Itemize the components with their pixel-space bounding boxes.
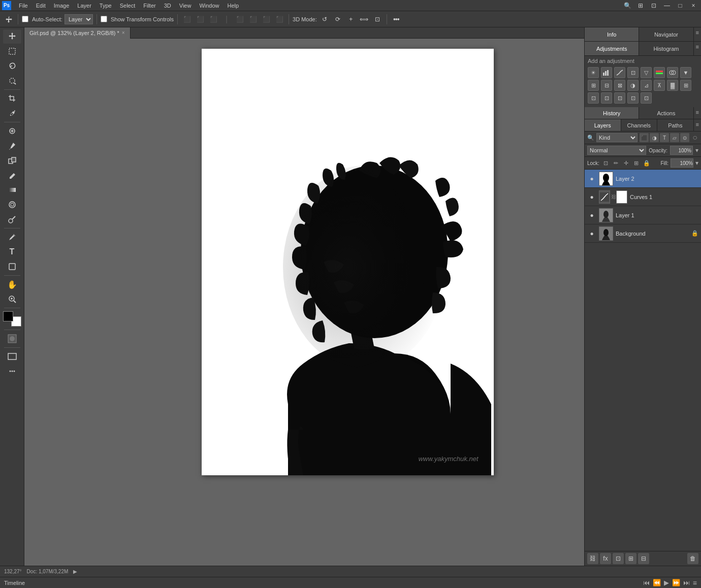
maximize-button[interactable]: □ — [675, 0, 686, 11]
adj-extra-4[interactable]: ⊡ — [627, 92, 639, 104]
gradient-tool[interactable] — [3, 183, 21, 197]
align-bottom-button[interactable]: ⬛ — [261, 14, 272, 25]
menu-window[interactable]: Window — [196, 2, 222, 10]
create-group-button[interactable]: ⊞ — [625, 553, 636, 564]
actions-tab[interactable]: Actions — [639, 107, 693, 119]
filter-kind-select[interactable]: Kind — [596, 133, 638, 142]
dodge-tool[interactable] — [3, 212, 21, 226]
filter-smart-button[interactable]: ⊙ — [680, 133, 689, 142]
hsl-adj-button[interactable] — [654, 67, 665, 78]
align-left-button[interactable]: ⬛ — [181, 14, 193, 25]
adj-extra-3[interactable]: ⊡ — [614, 92, 625, 104]
hand-tool[interactable]: ✋ — [3, 277, 21, 291]
blur-tool[interactable] — [3, 198, 21, 212]
adjustments-options-button[interactable]: ≡ — [694, 42, 701, 55]
menu-help[interactable]: Help — [224, 2, 243, 10]
3d-orbit-button[interactable]: ⟳ — [332, 14, 343, 25]
3d-rotate-button[interactable]: ↺ — [319, 14, 330, 25]
move-tool[interactable] — [3, 29, 21, 44]
colorbalance-adj-button[interactable] — [667, 67, 678, 78]
selectivecolor-adj-button[interactable]: ⊞ — [680, 80, 691, 91]
lock-all-button[interactable]: 🔒 — [642, 158, 651, 168]
lock-transparent-button[interactable]: ⊡ — [601, 158, 611, 168]
opacity-arrow[interactable]: ▾ — [695, 147, 698, 154]
3d-pan-button[interactable]: + — [345, 14, 357, 25]
brightness-adj-button[interactable]: ☀ — [588, 67, 599, 78]
auto-select-type[interactable]: Layer — [65, 14, 93, 24]
align-top-button[interactable]: ⬛ — [234, 14, 245, 25]
foreground-color-swatch[interactable] — [3, 311, 13, 321]
navigator-tab[interactable]: Navigator — [639, 27, 693, 41]
tab-close-button[interactable]: × — [122, 30, 125, 36]
adj-extra-5[interactable]: ⊡ — [641, 92, 652, 104]
marquee-tool[interactable] — [3, 44, 21, 58]
lock-pixels-button[interactable]: ✏ — [612, 158, 621, 168]
zoom-tool[interactable] — [3, 292, 21, 306]
delete-layer-button[interactable]: 🗑 — [687, 553, 698, 564]
eyedropper-tool[interactable] — [3, 106, 21, 120]
transform-controls-checkbox[interactable] — [101, 16, 107, 22]
align-center-h-button[interactable]: ⬛ — [195, 14, 206, 25]
background-visibility-button[interactable]: ● — [587, 229, 596, 238]
timeline-options-button[interactable]: ≡ — [693, 579, 697, 587]
history-options-button[interactable]: ≡ — [694, 107, 701, 119]
menu-type[interactable]: Type — [96, 2, 115, 10]
layer1-visibility-button[interactable]: ● — [587, 211, 596, 220]
timeline-next-button[interactable]: ⏩ — [672, 579, 680, 586]
timeline-rewind-button[interactable]: ⏮ — [643, 579, 650, 586]
quick-select-tool[interactable] — [3, 74, 21, 88]
threshold-adj-button[interactable]: ⊼ — [654, 80, 665, 91]
menu-select[interactable]: Select — [116, 2, 139, 10]
layer-item-layer2[interactable]: ● Layer 2 — [585, 170, 701, 188]
posterize-adj-button[interactable]: ⊿ — [641, 80, 652, 91]
filter-pixel-button[interactable]: ⬛ — [640, 133, 649, 142]
text-tool[interactable]: T — [3, 245, 21, 259]
canvas[interactable]: www.yakymchuk.net — [202, 49, 494, 475]
extra-tools-button[interactable] — [3, 364, 21, 378]
channelmix-adj-button[interactable]: ⊟ — [601, 80, 612, 91]
menu-image[interactable]: Image — [50, 2, 73, 10]
distribute-button[interactable]: ⬛ — [274, 14, 285, 25]
search-button[interactable]: 🔍 — [622, 0, 633, 11]
menu-view[interactable]: View — [176, 2, 195, 10]
menu-file[interactable]: File — [15, 2, 31, 10]
channels-tab[interactable]: Channels — [621, 119, 658, 131]
layer2-visibility-button[interactable]: ● — [587, 174, 596, 183]
filter-adj-button[interactable]: ◑ — [650, 133, 659, 142]
color-swatches[interactable] — [3, 311, 21, 326]
align-middle-button[interactable]: ⬛ — [247, 14, 259, 25]
filter-toggle-button[interactable]: ○ — [691, 134, 698, 141]
lock-artboard-button[interactable]: ⊞ — [632, 158, 641, 168]
levels-adj-button[interactable] — [601, 67, 612, 78]
exposure-adj-button[interactable]: ⊡ — [627, 67, 639, 78]
paths-tab[interactable]: Paths — [657, 119, 694, 131]
timeline-prev-button[interactable]: ⏪ — [653, 579, 661, 586]
menu-layer[interactable]: Layer — [74, 2, 95, 10]
histogram-tab[interactable]: Histogram — [639, 42, 693, 55]
menu-3d[interactable]: 3D — [161, 2, 175, 10]
invert-adj-button[interactable]: ◑ — [627, 80, 639, 91]
align-right-button[interactable]: ⬛ — [208, 14, 219, 25]
add-mask-button[interactable]: ⊡ — [613, 553, 624, 564]
auto-select-checkbox[interactable] — [22, 16, 28, 22]
healing-brush-tool[interactable] — [3, 124, 21, 138]
timeline-play-button[interactable]: ▶ — [664, 579, 669, 586]
lasso-tool[interactable] — [3, 59, 21, 73]
3d-slide-button[interactable]: ⟺ — [359, 14, 370, 25]
photofilt-adj-button[interactable]: ⊞ — [588, 80, 599, 91]
eraser-tool[interactable] — [3, 168, 21, 182]
menu-filter[interactable]: Filter — [140, 2, 159, 10]
lock-position-button[interactable]: ✛ — [622, 158, 631, 168]
layers-options-button[interactable]: ≡ — [694, 119, 701, 131]
fill-input[interactable] — [671, 158, 693, 168]
timeline-end-button[interactable]: ⏭ — [683, 579, 690, 586]
status-arrow[interactable]: ▶ — [73, 569, 77, 574]
history-tab[interactable]: History — [585, 107, 639, 119]
curves1-visibility-button[interactable]: ● — [587, 192, 596, 202]
layer-item-background[interactable]: ● Background 🔒 — [585, 224, 701, 243]
layer-item-layer1[interactable]: ● Layer 1 — [585, 206, 701, 224]
panel-options-button[interactable]: ≡ — [694, 27, 701, 41]
gradient-map-adj-button[interactable]: ▓ — [667, 80, 678, 91]
3d-scale-button[interactable]: ⊡ — [372, 14, 383, 25]
opacity-input[interactable] — [670, 146, 693, 155]
